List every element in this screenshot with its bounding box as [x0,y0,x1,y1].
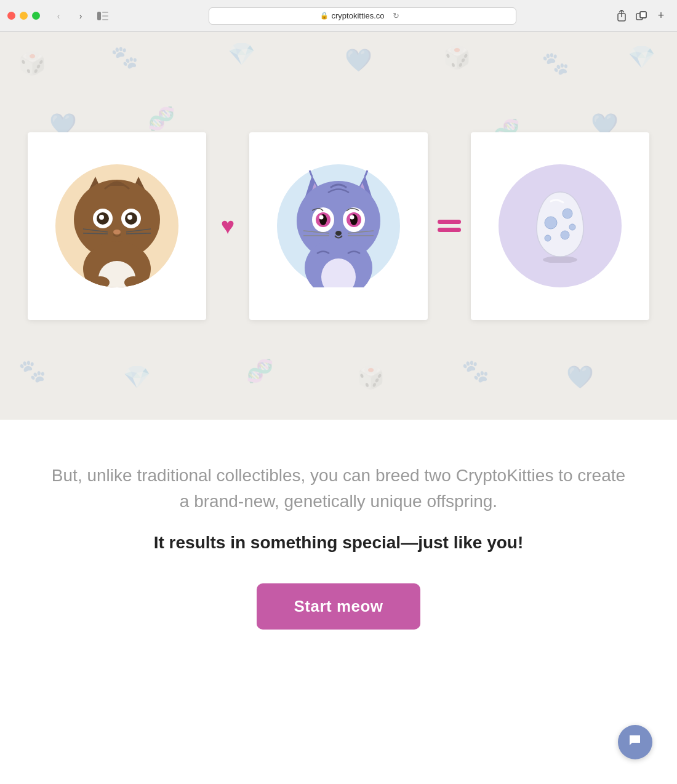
traffic-lights [7,12,40,20]
svg-point-21 [113,230,121,234]
svg-rect-1 [102,12,108,13]
browser-chrome: ‹ › 🔒 cryptokitties.co ↻ [0,0,677,32]
forward-button[interactable]: › [72,7,89,25]
svg-point-53 [561,231,569,239]
kitty-row: ♥ [28,132,649,320]
cat-card-2 [249,132,428,320]
hero-area: 🎲 🐾 💎 💙 🎲 🐾 💎 💙 🧬 🧬 💙 🐾 💎 🧬 🎲 🐾 💙 [0,32,677,420]
browser-actions: + [613,7,670,25]
svg-point-55 [569,224,575,230]
svg-point-54 [545,235,551,241]
svg-point-51 [545,217,557,229]
svg-point-44 [350,215,355,220]
chat-button[interactable] [618,725,652,759]
svg-rect-3 [102,19,108,20]
bg-symbol: 🎲 [443,44,471,70]
share-button[interactable] [613,7,630,25]
sidebar-toggle-button[interactable] [94,7,111,25]
bg-symbol: 🎲 [357,364,385,390]
close-button[interactable] [7,12,15,20]
bg-symbol: 🐾 [542,50,569,76]
svg-point-19 [99,215,104,220]
svg-point-45 [335,231,342,236]
cat-card-1 [28,132,206,320]
bg-symbol: 💎 [228,41,255,67]
lock-icon: 🔒 [320,12,329,20]
egg-card [471,132,649,320]
description-text: But, unlike traditional collectibles, yo… [49,463,628,514]
new-tab-button[interactable] [633,7,650,25]
reload-button[interactable]: ↻ [387,7,404,25]
bg-symbol: 🧬 [246,358,274,384]
bg-symbol: 💎 [628,44,655,70]
svg-line-25 [126,233,151,234]
cat-avatar-2 [277,164,400,287]
svg-line-23 [83,233,108,234]
minimize-button[interactable] [20,12,28,20]
bg-symbol: 🐾 [111,44,138,70]
url-text: cryptokitties.co [332,11,385,20]
svg-rect-6 [640,12,646,18]
bg-symbol: 💙 [566,364,594,390]
start-meow-button[interactable]: Start meow [257,583,420,630]
bg-symbol: 💙 [345,47,372,73]
svg-point-52 [563,209,572,218]
cat-avatar-1 [55,164,178,287]
svg-line-33 [365,170,367,177]
svg-point-43 [319,215,324,220]
bg-symbol: 🧬 [148,106,175,132]
svg-line-32 [310,170,312,177]
bg-symbol: 🎲 [18,50,46,76]
content-area: But, unlike traditional collectibles, yo… [0,420,677,666]
extensions-button[interactable]: + [652,7,670,25]
svg-rect-0 [97,12,101,20]
address-bar[interactable]: 🔒 cryptokitties.co ↻ [209,7,516,25]
heart-symbol: ♥ [206,213,249,239]
svg-rect-2 [102,15,108,17]
egg-container [499,164,622,287]
equal-symbol [428,220,471,232]
chat-icon [628,733,643,751]
bg-symbol: 💎 [123,364,151,390]
special-text: It results in something special—just lik… [49,533,628,553]
back-button[interactable]: ‹ [50,7,67,25]
bg-symbol: 🐾 [462,358,489,384]
bg-symbol: 🐾 [18,358,46,384]
maximize-button[interactable] [32,12,40,20]
svg-point-20 [127,215,132,220]
